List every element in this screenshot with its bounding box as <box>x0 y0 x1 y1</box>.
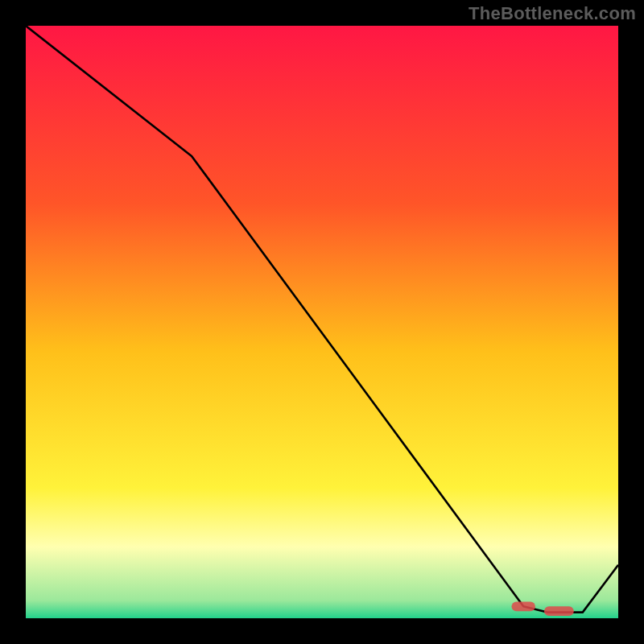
watermark-text: TheBottleneck.com <box>469 3 636 24</box>
plot-area <box>26 26 618 618</box>
gradient-background <box>26 26 618 618</box>
chart-svg <box>26 26 618 618</box>
marker-optimal-band-0 <box>512 601 535 611</box>
chart-frame: TheBottleneck.com <box>0 0 644 644</box>
marker-optimal-band-1 <box>544 606 574 616</box>
